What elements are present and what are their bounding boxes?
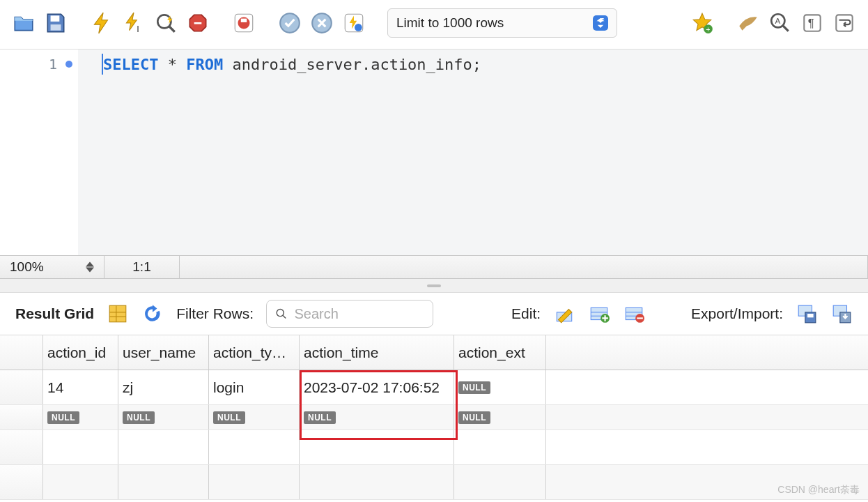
- autocommit-toggle-icon[interactable]: [341, 10, 366, 36]
- row-header[interactable]: [0, 370, 43, 404]
- result-grid-view-icon[interactable]: [107, 303, 129, 325]
- grid-cell[interactable]: zj: [118, 370, 209, 404]
- code-line: SELECT * FROM android_server.action_info…: [103, 54, 868, 75]
- grid-cell[interactable]: NULL: [43, 405, 118, 429]
- grid-cell[interactable]: 14: [43, 370, 118, 404]
- svg-point-13: [355, 24, 362, 31]
- pane-splitter[interactable]: [0, 279, 868, 293]
- col-header[interactable]: action_ext: [454, 335, 546, 370]
- filter-rows-label: Filter Rows:: [176, 305, 254, 322]
- grid-cell[interactable]: login: [209, 370, 300, 404]
- line-number: 1: [49, 56, 57, 73]
- stepper-icon[interactable]: [86, 261, 94, 273]
- svg-text:I: I: [137, 24, 139, 34]
- grid-cell[interactable]: NULL: [454, 405, 546, 429]
- row-header[interactable]: [0, 405, 43, 429]
- refresh-icon[interactable]: [141, 303, 164, 325]
- col-header-empty: [546, 335, 868, 370]
- grid-cell[interactable]: NULL: [300, 405, 454, 429]
- watermark: CSDN @heart荼毒: [777, 484, 860, 496]
- svg-rect-1: [51, 24, 61, 31]
- col-header[interactable]: action_id: [43, 335, 118, 370]
- commit-icon[interactable]: [277, 10, 302, 36]
- grid-cell[interactable]: NULL: [209, 405, 300, 429]
- table-row-empty: [0, 465, 868, 500]
- grid-cell[interactable]: NULL: [118, 405, 209, 429]
- stop-on-error-toggle-icon[interactable]: [231, 10, 256, 36]
- results-toolbar: Result Grid Filter Rows: Edit: Export/Im…: [0, 293, 868, 335]
- grid-body: 14 zj login 2023-07-02 17:06:52 NULL NUL…: [0, 370, 868, 500]
- insert-row-icon[interactable]: [588, 303, 610, 325]
- row-limit-label: Limit to 1000 rows: [396, 15, 504, 31]
- svg-marker-15: [598, 25, 603, 28]
- svg-marker-24: [86, 261, 94, 266]
- col-header[interactable]: action_ty…: [209, 335, 300, 370]
- explain-icon[interactable]: [153, 10, 178, 36]
- save-file-icon[interactable]: [43, 10, 68, 36]
- delete-row-icon[interactable]: [623, 303, 645, 325]
- edit-label: Edit:: [511, 305, 541, 322]
- sql-editor: 1 SELECT * FROM android_server.action_in…: [0, 50, 868, 255]
- table-row[interactable]: 14 zj login 2023-07-02 17:06:52 NULL: [0, 370, 868, 405]
- status-message: [180, 256, 868, 278]
- cursor-position: 1:1: [104, 256, 180, 278]
- col-header[interactable]: user_name: [118, 335, 209, 370]
- rollback-icon[interactable]: [309, 10, 334, 36]
- grid-cell[interactable]: 2023-07-02 17:06:52: [300, 370, 454, 404]
- invisibles-icon[interactable]: ¶: [800, 10, 825, 36]
- find-icon[interactable]: A: [768, 10, 793, 36]
- beautify-icon[interactable]: [736, 10, 761, 36]
- execute-icon[interactable]: [89, 10, 114, 36]
- grid-header-row: action_id user_name action_ty… action_ti…: [0, 335, 868, 370]
- editor-status-bar: 100% 1:1: [0, 255, 868, 279]
- export-import-label: Export/Import:: [691, 305, 783, 322]
- execute-current-icon[interactable]: I: [121, 10, 146, 36]
- svg-line-31: [283, 315, 286, 318]
- svg-rect-9: [241, 19, 247, 22]
- row-header-corner[interactable]: [0, 335, 43, 370]
- filter-search-box[interactable]: [266, 300, 433, 328]
- breakpoint-dot-icon[interactable]: [65, 61, 72, 68]
- svg-text:¶: ¶: [808, 17, 814, 30]
- zoom-control[interactable]: 100%: [0, 256, 104, 278]
- svg-rect-6: [194, 22, 202, 24]
- export-icon[interactable]: [796, 303, 818, 325]
- code-area[interactable]: SELECT * FROM android_server.action_info…: [78, 50, 868, 255]
- editor-gutter: 1: [0, 50, 78, 255]
- table-row[interactable]: NULL NULL NULL NULL NULL: [0, 405, 868, 430]
- col-header[interactable]: action_time: [300, 335, 454, 370]
- wrap-icon[interactable]: [832, 10, 857, 36]
- stop-icon[interactable]: [185, 10, 210, 36]
- open-file-icon[interactable]: [11, 10, 36, 36]
- favorite-icon[interactable]: +: [690, 10, 715, 36]
- chevron-down-icon: [593, 15, 608, 31]
- result-grid-label: Result Grid: [15, 305, 94, 322]
- import-icon[interactable]: [830, 303, 853, 325]
- svg-text:+: +: [706, 25, 710, 33]
- text-cursor: [102, 54, 103, 75]
- filter-input[interactable]: [294, 306, 424, 322]
- search-icon: [275, 307, 287, 321]
- svg-point-30: [277, 309, 284, 316]
- svg-marker-25: [86, 267, 94, 272]
- svg-line-4: [169, 26, 175, 32]
- edit-row-icon[interactable]: [553, 303, 575, 325]
- result-grid: action_id user_name action_ty… action_ti…: [0, 335, 868, 500]
- svg-text:A: A: [775, 16, 781, 25]
- main-toolbar: I Limit to 1000 rows + A ¶: [0, 0, 868, 50]
- svg-rect-26: [109, 305, 126, 322]
- table-row-empty: [0, 430, 868, 465]
- grid-cell[interactable]: NULL: [454, 370, 546, 404]
- row-limit-select[interactable]: Limit to 1000 rows: [387, 8, 617, 38]
- svg-rect-0: [51, 15, 60, 22]
- svg-rect-43: [807, 314, 814, 317]
- svg-line-19: [782, 25, 789, 31]
